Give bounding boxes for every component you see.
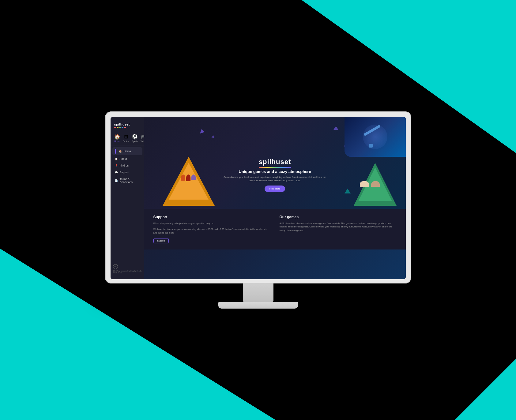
sidebar-footer: 18+ 18+ Play responsibly StopSpillet.dk …	[111, 262, 144, 276]
monitor-stand-base	[218, 302, 298, 309]
char-figures	[181, 174, 196, 181]
info-sections: Support We're always ready to help whate…	[144, 209, 406, 249]
findus-menu-icon: 📍	[115, 164, 118, 167]
char-left	[163, 144, 215, 206]
logo-area: spilhuset	[111, 121, 144, 131]
casino-nav-icon: ⊞	[124, 134, 128, 140]
monitor-wrapper: spilhuset 🏠 Home	[105, 111, 411, 309]
nav-sports-label: Sports	[132, 140, 138, 142]
logo-dot-blue	[122, 127, 123, 128]
games-text: At Spilhuset we always create our own ga…	[280, 222, 397, 232]
tri-deco-3	[333, 126, 338, 130]
support-menu-label: Support	[120, 171, 130, 174]
logo-dot-yellow	[117, 127, 119, 128]
nav-casino[interactable]: ⊞ Casino	[122, 133, 131, 143]
sidebar-footer-text: 18+ Play responsibly StopSpillet.dk BGRU…	[113, 270, 142, 274]
sidebar-item-support[interactable]: 💬 Support	[112, 169, 142, 175]
games-title: Our games	[280, 215, 397, 219]
hero-brand: spilhuset	[259, 158, 291, 168]
support-para2: We have the fastest response on weekdays…	[153, 227, 270, 234]
main-content: Log in	[144, 117, 406, 279]
char-fig2	[186, 174, 190, 181]
tri-deco-2	[212, 135, 215, 138]
home-menu-icon: 🏠	[119, 150, 122, 153]
tri-deco-1	[199, 129, 204, 133]
monitor-stand-neck	[243, 283, 273, 302]
dog-fig1	[360, 181, 369, 187]
dog-fig2	[371, 181, 380, 187]
home-menu-label: Home	[124, 150, 131, 153]
nav-icons-row: 🏠 Home ⊞ Casino ⚽ Sports 🎮 Virtual	[111, 131, 144, 145]
nav-home-label: Home	[114, 140, 120, 142]
char-right	[354, 151, 397, 206]
active-indicator	[115, 149, 116, 154]
sidebar-item-findus[interactable]: 📍 Find us	[112, 163, 142, 169]
triangle-gold-inner	[169, 163, 209, 200]
nav-home[interactable]: 🏠 Home	[113, 133, 122, 143]
logo-text: spilhuset	[114, 122, 130, 126]
support-para1: We're always ready to help whatever your…	[153, 222, 270, 225]
our-games-section: Our games At Spilhuset we always create …	[280, 215, 397, 243]
find-store-button[interactable]: Find store	[265, 186, 285, 192]
tri-deco-5	[345, 189, 351, 193]
sidebar-menu: 🏠 Home 📋 About 📍 Find us 💬 Support	[111, 147, 144, 262]
hero-section: spilhuset Unique games and a cozy atmosp…	[144, 117, 406, 209]
hero-description: Come down to your local store and experi…	[223, 176, 327, 182]
about-menu-label: About	[120, 157, 127, 160]
findus-menu-label: Find us	[120, 164, 129, 167]
sidebar-item-home[interactable]: 🏠 Home	[112, 147, 142, 155]
hero-brand-underline	[259, 167, 291, 168]
hero-title: Unique games and a cozy atmosphere	[223, 169, 327, 174]
home-nav-icon: 🏠	[114, 134, 120, 140]
logo-dot-red	[114, 127, 116, 128]
monitor-screen: spilhuset 🏠 Home	[111, 117, 406, 279]
support-button[interactable]: Support	[153, 238, 169, 243]
hero-brand-text: spilhuset	[259, 158, 291, 166]
dog-figures	[360, 181, 380, 187]
logo-dots	[114, 127, 126, 128]
glow	[363, 125, 387, 149]
age-badge: 18+	[113, 264, 118, 269]
support-menu-icon: 💬	[115, 171, 118, 174]
sidebar: spilhuset 🏠 Home	[111, 117, 144, 279]
support-section: Support We're always ready to help whate…	[153, 215, 270, 243]
support-title: Support	[153, 215, 270, 219]
char-fig1	[181, 174, 185, 181]
hero-cta: Unique games and a cozy atmosphere Come …	[223, 169, 327, 192]
char-fig3	[191, 174, 196, 180]
logo-dot-red2	[124, 127, 126, 128]
sidebar-item-terms[interactable]: 📄 Terms & Conditions	[112, 176, 142, 185]
monitor-body: spilhuset 🏠 Home	[105, 111, 411, 283]
logo-dot-green	[119, 127, 121, 128]
nav-sports[interactable]: ⚽ Sports	[130, 133, 139, 143]
terms-menu-icon: 📄	[115, 179, 118, 182]
terms-menu-label: Terms & Conditions	[120, 178, 140, 184]
bg-teal-bottom-right	[455, 359, 516, 420]
sports-nav-icon: ⚽	[132, 134, 138, 140]
about-menu-icon: 📋	[115, 158, 118, 160]
nav-casino-label: Casino	[123, 140, 130, 142]
sidebar-item-about[interactable]: 📋 About	[112, 156, 142, 162]
